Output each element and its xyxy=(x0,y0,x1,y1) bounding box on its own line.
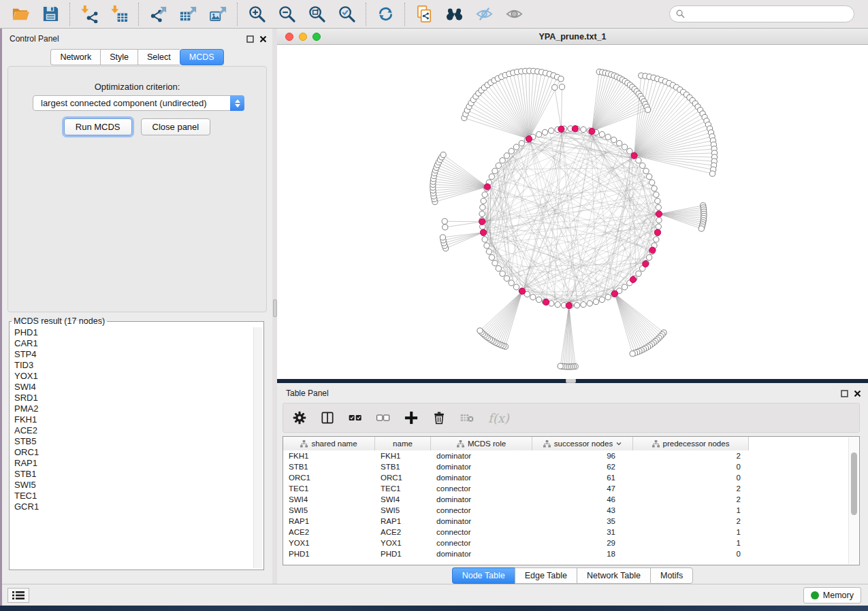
table-cell[interactable]: 61 xyxy=(532,474,633,482)
column-settings-gear-icon[interactable] xyxy=(293,411,306,425)
table-row[interactable]: TEC1TEC1connector472 xyxy=(283,483,848,494)
hide-selected-icon[interactable] xyxy=(472,3,496,26)
import-table-icon[interactable] xyxy=(108,3,131,26)
table-cell[interactable]: 29 xyxy=(532,539,633,547)
table-cell[interactable]: ACE2 xyxy=(283,528,375,536)
table-cell[interactable]: 0 xyxy=(633,550,749,558)
table-cell[interactable]: connector xyxy=(431,528,532,536)
table-cell[interactable]: connector xyxy=(431,539,532,547)
apply-function-icon[interactable]: f(x) xyxy=(488,411,509,425)
table-cell[interactable]: ORC1 xyxy=(283,474,375,482)
mcds-result-item[interactable]: SRD1 xyxy=(14,393,253,403)
save-session-icon[interactable] xyxy=(39,3,62,26)
table-cell[interactable]: STB1 xyxy=(283,463,375,471)
tab-node-table[interactable]: Node Table xyxy=(452,567,515,584)
column-header-mcds-role[interactable]: MCDS role xyxy=(431,437,532,450)
mcds-result-item[interactable]: ACE2 xyxy=(14,425,253,436)
table-row[interactable]: PHD1PHD1dominator180 xyxy=(283,548,848,559)
column-header-successor-nodes[interactable]: successor nodes xyxy=(532,437,633,450)
table-cell[interactable]: SWI4 xyxy=(375,495,431,503)
table-cell[interactable]: dominator xyxy=(431,517,532,525)
network-share-file-icon[interactable] xyxy=(413,3,436,26)
table-cell[interactable]: 0 xyxy=(633,474,749,482)
table-cell[interactable]: 2 xyxy=(633,452,749,460)
first-neighbors-icon[interactable] xyxy=(443,3,466,26)
splitter-handle[interactable] xyxy=(273,299,277,317)
column-header-predecessor-nodes[interactable]: predecessor nodes xyxy=(633,437,749,450)
table-cell[interactable]: 18 xyxy=(532,550,633,558)
table-cell[interactable]: YOX1 xyxy=(283,539,375,547)
table-cell[interactable]: 35 xyxy=(532,517,633,525)
mcds-result-item[interactable]: RAP1 xyxy=(14,458,253,469)
table-cell[interactable]: 62 xyxy=(532,463,633,471)
show-all-icon[interactable] xyxy=(502,3,526,26)
zoom-out-icon[interactable] xyxy=(275,3,298,26)
add-column-icon[interactable] xyxy=(404,411,418,425)
deselect-all-checks-icon[interactable] xyxy=(376,411,390,425)
show-columns-icon[interactable] xyxy=(321,411,334,425)
mcds-result-item[interactable]: TID3 xyxy=(14,360,253,371)
close-panel-button[interactable]: Close panel xyxy=(141,118,211,135)
table-cell[interactable]: 2 xyxy=(633,495,749,503)
mcds-result-item[interactable]: YOX1 xyxy=(14,371,253,382)
mcds-result-item[interactable]: GCR1 xyxy=(14,501,253,512)
table-row[interactable]: SWI5SWI5connector431 xyxy=(283,505,848,516)
table-cell[interactable]: 1 xyxy=(633,528,749,536)
table-cell[interactable]: dominator xyxy=(431,463,532,471)
table-scrollbar[interactable] xyxy=(848,437,858,564)
table-row[interactable]: SWI4SWI4dominator462 xyxy=(283,494,848,505)
close-panel-icon[interactable] xyxy=(854,390,861,397)
close-panel-icon[interactable] xyxy=(259,35,267,43)
table-cell[interactable]: FKH1 xyxy=(375,452,431,460)
table-cell[interactable]: dominator xyxy=(431,495,532,503)
zoom-selected-icon[interactable] xyxy=(335,3,358,26)
table-cell[interactable]: SWI4 xyxy=(283,495,375,503)
table-cell[interactable]: dominator xyxy=(431,452,532,460)
export-image-icon[interactable] xyxy=(206,3,229,26)
table-row[interactable]: RAP1RAP1dominator352 xyxy=(283,516,848,527)
mcds-result-item[interactable]: SWI4 xyxy=(14,382,253,393)
vertical-splitter[interactable] xyxy=(272,29,277,584)
tab-mcds[interactable]: MCDS xyxy=(180,49,224,65)
table-cell[interactable]: TEC1 xyxy=(283,484,375,493)
table-cell[interactable]: RAP1 xyxy=(283,517,375,525)
zoom-in-icon[interactable] xyxy=(245,3,268,26)
float-panel-icon[interactable] xyxy=(246,35,254,43)
table-cell[interactable]: TEC1 xyxy=(375,484,431,493)
mcds-list-scrollbar[interactable] xyxy=(253,327,262,568)
table-row[interactable]: ORC1ORC1dominator610 xyxy=(283,472,848,483)
tab-network-table[interactable]: Network Table xyxy=(577,567,650,584)
mcds-result-item[interactable]: STB5 xyxy=(14,436,253,447)
horizontal-splitter-handle[interactable] xyxy=(566,378,576,383)
tab-motifs[interactable]: Motifs xyxy=(650,567,693,584)
table-cell[interactable]: PHD1 xyxy=(283,550,375,558)
table-row[interactable]: FKH1FKH1dominator962 xyxy=(283,450,848,461)
mcds-result-item[interactable]: STP4 xyxy=(14,349,253,360)
memory-button[interactable]: Memory xyxy=(803,587,861,604)
tab-network[interactable]: Network xyxy=(50,49,100,65)
tab-style[interactable]: Style xyxy=(100,49,138,65)
network-canvas[interactable] xyxy=(277,45,868,379)
table-cell[interactable]: RAP1 xyxy=(375,517,431,525)
mcds-result-item[interactable]: FKH1 xyxy=(14,414,253,425)
export-network-icon[interactable] xyxy=(146,3,170,26)
refresh-layout-icon[interactable] xyxy=(374,3,397,26)
table-cell[interactable]: dominator xyxy=(431,474,532,482)
mcds-result-item[interactable]: PMA2 xyxy=(14,403,253,414)
table-cell[interactable]: connector xyxy=(431,506,532,514)
float-panel-icon[interactable] xyxy=(841,390,848,397)
table-cell[interactable]: FKH1 xyxy=(283,452,375,460)
task-history-button[interactable] xyxy=(7,588,29,603)
table-cell[interactable]: PHD1 xyxy=(375,550,431,558)
tab-edge-table[interactable]: Edge Table xyxy=(515,567,577,584)
table-cell[interactable]: 43 xyxy=(532,506,633,514)
table-cell[interactable]: 46 xyxy=(532,495,633,503)
import-network-icon[interactable] xyxy=(78,3,101,26)
column-header-name[interactable]: name xyxy=(375,437,431,450)
table-row[interactable]: STB1STB1dominator620 xyxy=(283,461,848,472)
table-cell[interactable]: YOX1 xyxy=(375,539,431,547)
search-input[interactable] xyxy=(689,10,848,19)
table-cell[interactable]: 2 xyxy=(633,517,749,525)
mcds-result-item[interactable]: SWI5 xyxy=(14,480,253,491)
table-cell[interactable]: dominator xyxy=(431,550,532,558)
